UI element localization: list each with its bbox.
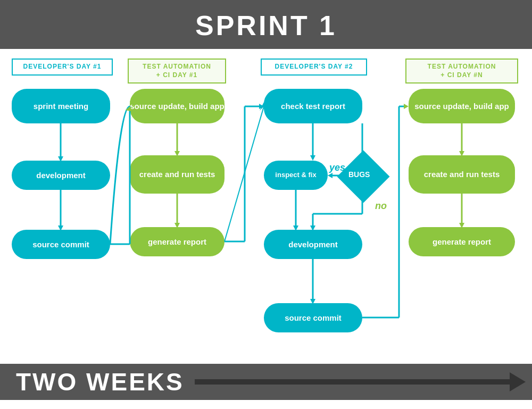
yes-label: yes <box>329 162 345 173</box>
no-label: no <box>375 201 387 212</box>
timeline-arrow <box>195 379 511 385</box>
header: SPRINT 1 <box>0 0 532 49</box>
create-run-tests2-box: create and run tests <box>409 155 515 194</box>
development2-box: development <box>264 230 362 259</box>
bugs-label: BUGS <box>348 170 370 179</box>
sprint-meeting-box: sprint meeting <box>12 89 110 123</box>
col-header-ci1: TEST AUTOMATION+ CI DAY #1 <box>128 59 226 84</box>
check-test-report-box: check test report <box>264 89 362 123</box>
col-header-dev1: DEVELOPER'S DAY #1 <box>12 59 113 76</box>
development1-box: development <box>12 161 110 190</box>
svg-marker-19 <box>310 155 315 161</box>
two-weeks-label: TWO WEEKS <box>0 368 184 396</box>
inspect-fix-box: inspect & fix <box>264 161 328 190</box>
source-commit2-box: source commit <box>264 303 362 332</box>
svg-marker-17 <box>259 104 264 109</box>
col-header-cin: TEST AUTOMATION+ CI DAY #N <box>405 59 518 84</box>
source-update1-box: source update, build app <box>130 89 225 123</box>
svg-marker-38 <box>404 104 409 109</box>
main-content: DEVELOPER'S DAY #1 TEST AUTOMATION+ CI D… <box>0 49 532 400</box>
source-update2-box: source update, build app <box>409 89 515 123</box>
col-header-dev2: DEVELOPER'S DAY #2 <box>261 59 367 76</box>
create-run-tests1-box: create and run tests <box>130 155 225 194</box>
bottom-bar: TWO WEEKS <box>0 364 532 400</box>
generate-report2-box: generate report <box>409 227 515 256</box>
generate-report1-box: generate report <box>130 227 225 256</box>
svg-marker-22 <box>328 173 332 178</box>
svg-line-12 <box>225 106 264 241</box>
source-commit1-box: source commit <box>12 230 110 259</box>
page-title: SPRINT 1 <box>0 10 532 41</box>
